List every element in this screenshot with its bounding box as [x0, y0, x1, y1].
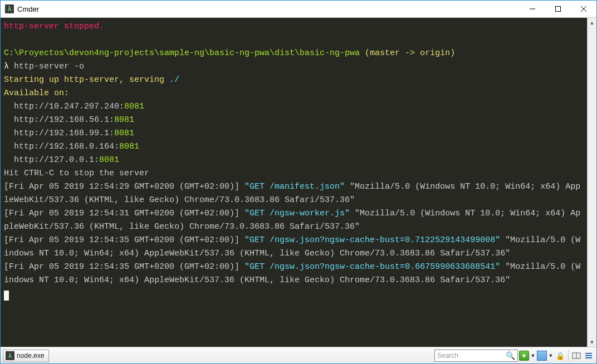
- terminal-text: http://192.168.99.1:: [4, 129, 114, 138]
- terminal-text: "GET /ngsw.json?ngsw-cache-bust=0.667599…: [244, 262, 500, 272]
- status-bar: λ node.exe Search 🔍 + ▼ ▼ 🔒: [1, 347, 596, 364]
- terminal-text: "GET /ngsw.json?ngsw-cache-bust=0.712252…: [244, 235, 500, 245]
- terminal-text: [Fri Apr 05 2019 12:54:35 GMT+0200 (GMT+…: [4, 262, 244, 272]
- search-placeholder: Search: [437, 352, 458, 360]
- scroll-up-icon[interactable]: ▲: [588, 18, 596, 27]
- svg-rect-1: [556, 7, 561, 12]
- terminal-text: http://127.0.0.1:: [4, 155, 99, 165]
- terminal-text: "GET /ngsw-worker.js": [244, 209, 350, 218]
- terminal-text: 8081: [114, 115, 134, 125]
- app-icon: λ: [5, 4, 14, 13]
- terminal-text: Hit CTRL-C to stop the server: [4, 169, 149, 178]
- cursor: [4, 291, 9, 301]
- terminal-text: http-server -o: [14, 62, 84, 71]
- search-icon: 🔍: [506, 351, 515, 360]
- tab-label: node.exe: [17, 352, 44, 360]
- terminal-text: C:\Proyectos\devon4ng-projects\sample-ng…: [4, 48, 360, 58]
- console-tab[interactable]: λ node.exe: [3, 350, 49, 362]
- new-console-button[interactable]: +: [519, 351, 529, 361]
- separator: [568, 350, 569, 361]
- scroll-down-icon[interactable]: ▼: [588, 337, 596, 347]
- terminal-text: [Fri Apr 05 2019 12:54:35 GMT+0200 (GMT+…: [4, 235, 244, 245]
- terminal-text: 8081: [99, 155, 119, 165]
- active-console-button[interactable]: [537, 351, 547, 361]
- new-console-dropdown[interactable]: ▼: [530, 353, 536, 358]
- window-title: Cmder: [17, 5, 39, 13]
- terminal-text: http://192.168.56.1:: [4, 115, 114, 125]
- terminal-text: [Fri Apr 05 2019 12:54:29 GMT+0200 (GMT+…: [4, 182, 244, 191]
- terminal-output[interactable]: http-server stopped. C:\Proyectos\devon4…: [1, 18, 587, 347]
- terminal-text: Available on:: [4, 88, 69, 98]
- terminal-text: http://10.247.207.240:: [4, 102, 124, 111]
- close-button[interactable]: [571, 1, 596, 17]
- terminal-text: [Fri Apr 05 2019 12:54:31 GMT+0200 (GMT+…: [4, 209, 244, 218]
- terminal-text: λ: [4, 62, 14, 71]
- scrollbar[interactable]: ▲ ▼: [587, 18, 596, 347]
- split-button[interactable]: [571, 350, 582, 361]
- search-input[interactable]: Search 🔍: [434, 350, 518, 362]
- window-controls: [520, 1, 596, 17]
- maximize-button[interactable]: [545, 1, 571, 17]
- status-right: Search 🔍 + ▼ ▼ 🔒: [434, 350, 594, 362]
- active-console-dropdown[interactable]: ▼: [548, 353, 554, 358]
- lock-icon[interactable]: 🔒: [555, 350, 566, 361]
- terminal-text: ./: [169, 75, 179, 85]
- menu-button[interactable]: [583, 350, 594, 361]
- terminal-text: http://192.168.0.164:: [4, 142, 119, 151]
- terminal-text: Starting up http-server, serving: [4, 75, 169, 85]
- terminal-text: (master -> origin): [360, 48, 455, 58]
- terminal-text: http-server stopped.: [4, 22, 104, 31]
- minimize-button[interactable]: [520, 1, 545, 17]
- terminal-area: http-server stopped. C:\Proyectos\devon4…: [1, 18, 596, 347]
- terminal-text: 8081: [124, 102, 144, 111]
- terminal-text: 8081: [114, 129, 134, 138]
- title-bar: λ Cmder: [1, 1, 596, 18]
- terminal-text: 8081: [119, 142, 139, 151]
- terminal-text: "GET /manifest.json": [244, 182, 345, 191]
- tab-icon: λ: [6, 351, 14, 360]
